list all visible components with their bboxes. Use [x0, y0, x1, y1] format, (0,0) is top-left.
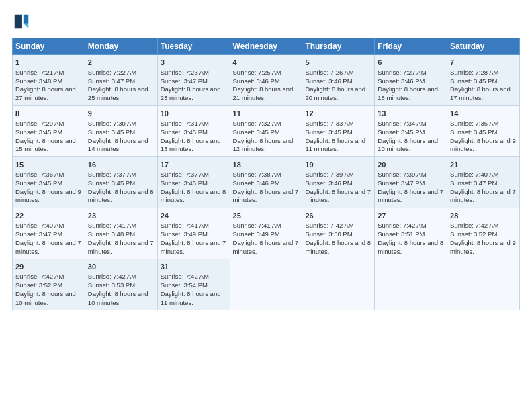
calendar-cell: 4Sunrise: 7:25 AMSunset: 3:46 PMDaylight… [230, 55, 302, 106]
calendar-cell: 10Sunrise: 7:31 AMSunset: 3:45 PMDayligh… [157, 106, 230, 157]
header-cell-thursday: Thursday [302, 38, 375, 55]
calendar-cell: 28Sunrise: 7:42 AMSunset: 3:52 PMDayligh… [447, 208, 520, 259]
calendar-cell: 30Sunrise: 7:42 AMSunset: 3:53 PMDayligh… [85, 259, 157, 310]
svg-marker-1 [24, 15, 28, 24]
calendar-cell: 25Sunrise: 7:41 AMSunset: 3:49 PMDayligh… [230, 208, 302, 259]
header-cell-wednesday: Wednesday [230, 38, 302, 55]
calendar-body: 1Sunrise: 7:21 AMSunset: 3:48 PMDaylight… [13, 55, 520, 310]
calendar-cell: 11Sunrise: 7:32 AMSunset: 3:45 PMDayligh… [230, 106, 302, 157]
header [12, 12, 520, 31]
calendar-header: SundayMondayTuesdayWednesdayThursdayFrid… [13, 38, 520, 55]
calendar-cell [447, 259, 520, 310]
header-cell-tuesday: Tuesday [157, 38, 230, 55]
calendar-table: SundayMondayTuesdayWednesdayThursdayFrid… [12, 38, 520, 310]
header-row: SundayMondayTuesdayWednesdayThursdayFrid… [13, 38, 520, 55]
header-cell-sunday: Sunday [13, 38, 85, 55]
calendar-cell: 31Sunrise: 7:42 AMSunset: 3:54 PMDayligh… [157, 259, 230, 310]
calendar-cell: 12Sunrise: 7:33 AMSunset: 3:45 PMDayligh… [302, 106, 375, 157]
calendar-cell [375, 259, 447, 310]
calendar-week-row: 1Sunrise: 7:21 AMSunset: 3:48 PMDaylight… [13, 55, 520, 106]
calendar-cell: 24Sunrise: 7:41 AMSunset: 3:49 PMDayligh… [157, 208, 230, 259]
calendar-cell: 29Sunrise: 7:42 AMSunset: 3:52 PMDayligh… [13, 259, 85, 310]
calendar-cell: 13Sunrise: 7:34 AMSunset: 3:45 PMDayligh… [375, 106, 447, 157]
calendar-cell: 1Sunrise: 7:21 AMSunset: 3:48 PMDaylight… [13, 55, 85, 106]
calendar-cell: 27Sunrise: 7:42 AMSunset: 3:51 PMDayligh… [375, 208, 447, 259]
header-cell-saturday: Saturday [447, 38, 520, 55]
calendar-cell: 7Sunrise: 7:28 AMSunset: 3:45 PMDaylight… [447, 55, 520, 106]
header-cell-monday: Monday [85, 38, 157, 55]
calendar-cell: 2Sunrise: 7:22 AMSunset: 3:47 PMDaylight… [85, 55, 157, 106]
calendar-cell: 9Sunrise: 7:30 AMSunset: 3:45 PMDaylight… [85, 106, 157, 157]
calendar-cell: 20Sunrise: 7:39 AMSunset: 3:47 PMDayligh… [375, 157, 447, 208]
calendar-cell: 15Sunrise: 7:36 AMSunset: 3:45 PMDayligh… [13, 157, 85, 208]
logo-icon [12, 12, 31, 31]
calendar-cell: 19Sunrise: 7:39 AMSunset: 3:46 PMDayligh… [302, 157, 375, 208]
calendar-cell: 21Sunrise: 7:40 AMSunset: 3:47 PMDayligh… [447, 157, 520, 208]
calendar-cell: 6Sunrise: 7:27 AMSunset: 3:46 PMDaylight… [375, 55, 447, 106]
calendar-page: SundayMondayTuesdayWednesdayThursdayFrid… [0, 0, 532, 411]
calendar-cell: 17Sunrise: 7:37 AMSunset: 3:45 PMDayligh… [157, 157, 230, 208]
calendar-cell: 16Sunrise: 7:37 AMSunset: 3:45 PMDayligh… [85, 157, 157, 208]
svg-rect-3 [15, 15, 22, 29]
calendar-cell: 8Sunrise: 7:29 AMSunset: 3:45 PMDaylight… [13, 106, 85, 157]
calendar-week-row: 15Sunrise: 7:36 AMSunset: 3:45 PMDayligh… [13, 157, 520, 208]
calendar-cell: 14Sunrise: 7:35 AMSunset: 3:45 PMDayligh… [447, 106, 520, 157]
calendar-cell: 26Sunrise: 7:42 AMSunset: 3:50 PMDayligh… [302, 208, 375, 259]
calendar-week-row: 22Sunrise: 7:40 AMSunset: 3:47 PMDayligh… [13, 208, 520, 259]
calendar-week-row: 8Sunrise: 7:29 AMSunset: 3:45 PMDaylight… [13, 106, 520, 157]
calendar-cell: 18Sunrise: 7:38 AMSunset: 3:46 PMDayligh… [230, 157, 302, 208]
calendar-week-row: 29Sunrise: 7:42 AMSunset: 3:52 PMDayligh… [13, 259, 520, 310]
calendar-cell: 23Sunrise: 7:41 AMSunset: 3:48 PMDayligh… [85, 208, 157, 259]
calendar-cell: 3Sunrise: 7:23 AMSunset: 3:47 PMDaylight… [157, 55, 230, 106]
header-cell-friday: Friday [375, 38, 447, 55]
calendar-cell [302, 259, 375, 310]
calendar-cell: 22Sunrise: 7:40 AMSunset: 3:47 PMDayligh… [13, 208, 85, 259]
calendar-cell: 5Sunrise: 7:26 AMSunset: 3:46 PMDaylight… [302, 55, 375, 106]
calendar-cell [230, 259, 302, 310]
logo [12, 12, 34, 31]
